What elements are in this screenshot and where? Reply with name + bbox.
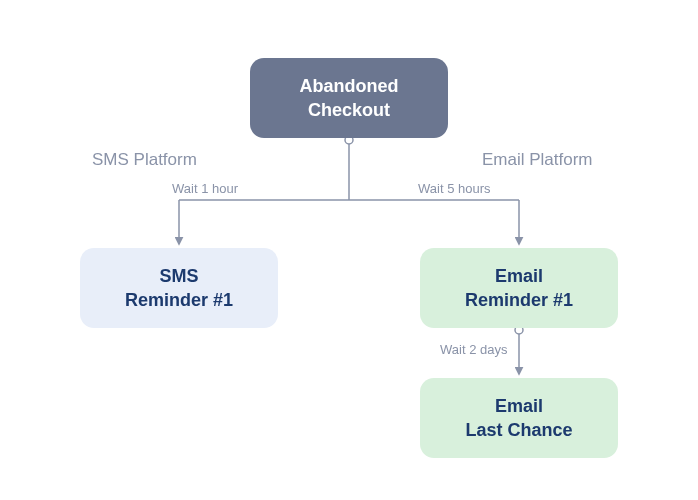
- node-email2-line2: Last Chance: [465, 418, 572, 442]
- label-email-platform: Email Platform: [482, 150, 593, 170]
- node-sms-reminder-1: SMS Reminder #1: [80, 248, 278, 328]
- label-wait-2-days: Wait 2 days: [440, 342, 507, 357]
- node-email1-line2: Reminder #1: [465, 288, 573, 312]
- node-email-reminder-1: Email Reminder #1: [420, 248, 618, 328]
- node-title-line2: Checkout: [308, 98, 390, 122]
- node-email-last-chance: Email Last Chance: [420, 378, 618, 458]
- node-title-line1: Abandoned: [300, 74, 399, 98]
- node-email2-line1: Email: [495, 394, 543, 418]
- label-wait-5-hours: Wait 5 hours: [418, 181, 491, 196]
- node-sms-line2: Reminder #1: [125, 288, 233, 312]
- label-wait-1-hour: Wait 1 hour: [172, 181, 238, 196]
- node-sms-line1: SMS: [159, 264, 198, 288]
- label-sms-platform: SMS Platform: [92, 150, 197, 170]
- node-abandoned-checkout: Abandoned Checkout: [250, 58, 448, 138]
- node-email1-line1: Email: [495, 264, 543, 288]
